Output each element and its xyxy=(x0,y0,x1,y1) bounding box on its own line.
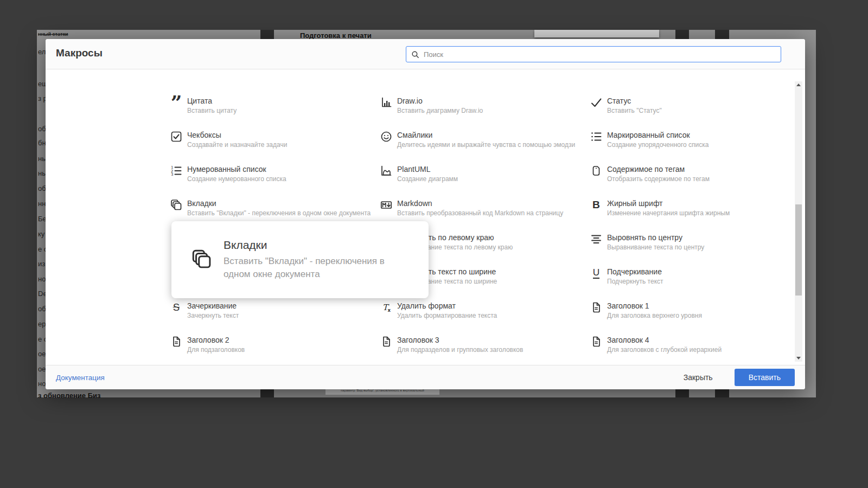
smiley-icon xyxy=(380,130,393,143)
background-text-fragment: ку xyxy=(38,230,46,238)
macro-item[interactable]: Заголовок 2Для подзаголовков xyxy=(170,336,380,365)
documentation-link[interactable]: Документация xyxy=(56,374,105,382)
macro-item[interactable]: TxУдалить форматУдалить форматирование т… xyxy=(380,301,590,336)
dialog-footer: Документация Закрыть Вставить xyxy=(46,365,805,389)
macro-item[interactable]: SЗачеркиваниеЗачеркнуть текст xyxy=(170,301,380,336)
macro-subtitle: Создание диаграмм xyxy=(397,175,590,183)
background-text-fragment: е о xyxy=(38,335,46,343)
tag-icon xyxy=(590,164,603,177)
macro-text: Draw.ioВставить диаграмму Draw.io xyxy=(397,97,590,115)
macro-text: Жирный шрифтИзменение начертания шрифта … xyxy=(607,199,800,217)
heading-icon xyxy=(380,335,393,348)
macro-text: Содержимое по тегамОтобразить содержимое… xyxy=(607,165,800,183)
macro-title: Маркированный список xyxy=(607,131,800,140)
underline-icon: U xyxy=(590,267,603,280)
dialog-header: Макросы xyxy=(46,39,805,69)
tooltip-text: Вкладки Вставить "Вкладки" - переключени… xyxy=(224,239,394,281)
macro-item[interactable]: Содержимое по тегамОтобразить содержимое… xyxy=(590,165,800,199)
drawio-icon xyxy=(380,96,393,109)
background-text-fragment: е с xyxy=(38,245,46,253)
macros-dialog: Макросы ”ЦитатаВставить цитатуDraw.ioВст… xyxy=(46,39,805,389)
macro-subtitle: Вставить "Вкладки" - переключения в одно… xyxy=(187,209,380,217)
close-button[interactable]: Закрыть xyxy=(678,370,718,385)
tabs-icon xyxy=(170,198,183,211)
macro-title: Зачеркивание xyxy=(187,301,380,311)
background-text-fragment: ер xyxy=(38,320,46,328)
background-text-fragment: ое xyxy=(38,365,46,373)
scrollbar[interactable] xyxy=(795,81,802,362)
background-toolbar xyxy=(534,30,659,37)
macro-title: Заголовок 3 xyxy=(397,336,590,345)
macro-title: Удалить формат xyxy=(397,301,590,311)
desktop-background: нный статки Подготовка к печати елиещз р… xyxy=(0,0,868,488)
dialog-body: ”ЦитатаВставить цитатуDraw.ioВставить ди… xyxy=(46,69,805,365)
background-text-fragment: бн xyxy=(38,139,46,147)
background-text-fragment: ое xyxy=(38,350,46,358)
macro-text: MarkdownВставить преобразованный код Mar… xyxy=(397,199,590,217)
tooltip-title: Вкладки xyxy=(224,239,394,252)
macro-item[interactable]: СмайликиДелитесь идеями и выражайте чувс… xyxy=(380,131,590,165)
plantuml-icon xyxy=(380,164,393,177)
macro-item[interactable]: ”ЦитатаВставить цитату xyxy=(170,97,380,131)
background-text-fragment: ели xyxy=(38,48,46,56)
macro-item[interactable]: Draw.ioВставить диаграмму Draw.io xyxy=(380,97,590,131)
macro-item[interactable]: Заголовок 3Для подразделов и групповых з… xyxy=(380,336,590,365)
macro-subtitle: Создание нумерованного списка xyxy=(187,175,380,183)
macro-item[interactable]: Заголовок 4Для заголовков с глубокой иер… xyxy=(590,336,800,365)
background-text-fragment: Бе xyxy=(38,215,46,223)
heading-icon xyxy=(170,335,183,348)
background-text-fragment: з обновление Биз xyxy=(38,391,119,400)
background-text-fragment: об xyxy=(38,305,46,313)
macro-title: Жирный шрифт xyxy=(607,199,800,208)
macro-item[interactable]: BЖирный шрифтИзменение начертания шрифта… xyxy=(590,199,800,233)
macro-subtitle: Удалить форматирование текста xyxy=(397,312,590,320)
macro-title: PlantUML xyxy=(397,165,590,174)
search-box[interactable] xyxy=(406,46,781,62)
bullet-list-icon xyxy=(590,130,603,143)
macro-item[interactable]: Маркированный списокСоздание упорядоченн… xyxy=(590,131,800,165)
macro-item[interactable]: Выровнять по центруВыравнивание текста п… xyxy=(590,233,800,267)
macro-item[interactable]: ЧекбоксыСоздавайте и назначайте задачи xyxy=(170,131,380,165)
macro-item[interactable]: 123Нумерованный списокСоздание нумерован… xyxy=(170,165,380,199)
dialog-title: Макросы xyxy=(56,47,103,59)
insert-button[interactable]: Вставить xyxy=(735,369,795,386)
svg-text:x: x xyxy=(388,307,391,313)
macro-title: Нумерованный список xyxy=(187,165,380,174)
heading-icon xyxy=(590,301,603,314)
remove-format-icon: Tx xyxy=(380,301,393,314)
background-text-fragment: нн xyxy=(38,200,46,208)
macro-subtitle: Вставить диаграмму Draw.io xyxy=(397,107,590,115)
markdown-icon xyxy=(380,198,393,211)
macro-subtitle: Изменение начертания шрифта жирным xyxy=(607,209,800,217)
background-text-fragment: ны xyxy=(38,169,46,177)
search-input[interactable] xyxy=(424,50,776,59)
macro-item[interactable]: СтатусВставить "Статус" xyxy=(590,97,800,131)
macro-text: Заголовок 2Для подзаголовков xyxy=(187,336,380,354)
macro-subtitle: Для заголовка верхнего уровня xyxy=(607,312,800,320)
tooltip-subtitle: Вставить "Вкладки" - переключения в одно… xyxy=(224,255,394,281)
heading-icon xyxy=(590,335,603,348)
strikethrough-icon: S xyxy=(170,301,183,314)
macro-subtitle: Вставить цитату xyxy=(187,107,380,115)
macro-subtitle: Делитесь идеями и выражайте чувства с по… xyxy=(397,141,590,149)
search-icon xyxy=(411,50,420,59)
macro-text: ЧекбоксыСоздавайте и назначайте задачи xyxy=(187,131,380,149)
macro-item[interactable]: UПодчеркиваниеПодчеркнуть текст xyxy=(590,267,800,301)
background-text-fragment: но xyxy=(38,380,46,388)
macro-subtitle: Создавайте и назначайте задачи xyxy=(187,141,380,149)
macro-text: Заголовок 1Для заголовка верхнего уровня xyxy=(607,301,800,320)
macro-item[interactable]: PlantUMLСоздание диаграмм xyxy=(380,165,590,199)
macro-text: PlantUMLСоздание диаграмм xyxy=(397,165,590,183)
macro-tooltip: Вкладки Вставить "Вкладки" - переключени… xyxy=(171,221,429,298)
scroll-up-arrow[interactable] xyxy=(796,84,801,86)
macro-text: Заголовок 4Для заголовков с глубокой иер… xyxy=(607,336,800,354)
macro-text: Удалить форматУдалить форматирование тек… xyxy=(397,301,590,320)
scroll-down-arrow[interactable] xyxy=(796,357,801,359)
macro-text: Нумерованный списокСоздание нумерованног… xyxy=(187,165,380,183)
macro-title: Содержимое по тегам xyxy=(607,165,800,174)
macro-item[interactable]: Заголовок 1Для заголовка верхнего уровня xyxy=(590,301,800,336)
background-text-fragment: з р xyxy=(38,94,46,102)
scrollbar-thumb[interactable] xyxy=(795,204,802,296)
macro-subtitle: Вставить "Статус" xyxy=(607,107,800,115)
macro-text: Маркированный списокСоздание упорядоченн… xyxy=(607,131,800,149)
